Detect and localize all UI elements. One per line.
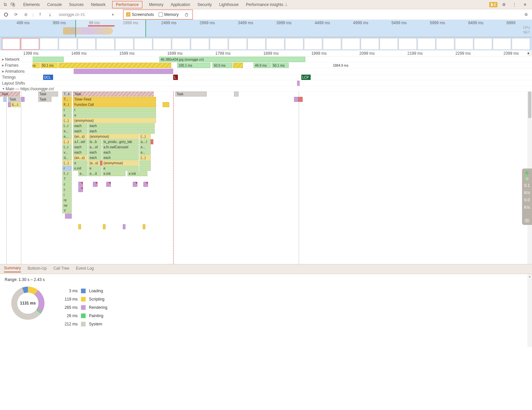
flame-entry[interactable]: f...r	[62, 171, 72, 176]
flame-function-call[interactable]: Function Call	[73, 102, 156, 107]
flame-each[interactable]: each	[88, 155, 102, 160]
flame-anon[interactable]: (...)	[139, 134, 151, 139]
flame-each[interactable]: each	[88, 150, 102, 155]
flame-entry[interactable]	[65, 214, 72, 219]
flame-entry[interactable]	[78, 187, 83, 192]
expand-icon[interactable]: ▶	[2, 64, 4, 67]
tab-network[interactable]: Network	[90, 1, 106, 8]
flame-each[interactable]: each	[73, 145, 88, 150]
flame-entry[interactable]: a....l	[139, 139, 151, 144]
reload-record-icon[interactable]: ⟳	[13, 11, 19, 18]
flame-function-call[interactable]: F...l	[62, 102, 72, 107]
screenshot-strip[interactable]	[0, 37, 532, 50]
flame-einit[interactable]: e.init	[102, 171, 125, 176]
network-bar[interactable]: 46-380x434.jpg (soongge.cn)	[159, 57, 305, 62]
frame-bar[interactable]: 50.0 ms	[212, 63, 232, 68]
flame-entry[interactable]	[139, 166, 151, 171]
upload-icon[interactable]: ⭱	[37, 11, 43, 18]
flame-einit[interactable]: e.init	[127, 171, 147, 176]
flame-entry[interactable]: t...r	[62, 145, 72, 150]
tab-console[interactable]: Console	[46, 1, 62, 8]
flame-entry[interactable]	[21, 97, 25, 102]
flame-entry[interactable]: v...	[62, 150, 72, 155]
flame-entry[interactable]	[143, 182, 148, 187]
flame-anon[interactable]: (anonymous)	[102, 161, 139, 166]
flame-anon[interactable]: (an...s)	[73, 155, 88, 160]
flame-anon[interactable]: (anonymous)	[73, 118, 156, 123]
network-speed-widget[interactable]: 0.1 K/s 0.0 K/s	[522, 169, 532, 225]
settings-icon[interactable]: ⚙	[501, 2, 507, 8]
flame-entry[interactable]	[103, 224, 106, 229]
flame-entry[interactable]: e...	[78, 171, 88, 176]
flame-anon[interactable]: (a...s)	[88, 161, 100, 166]
flame-entry[interactable]: e...	[62, 134, 72, 139]
flame-entry[interactable]	[78, 182, 83, 187]
flame-anon[interactable]: (anonymous)	[88, 134, 139, 139]
tab-lighthouse[interactable]: Lighthouse	[218, 1, 239, 8]
tab-application[interactable]: Application	[170, 1, 191, 8]
collapse-icon[interactable]: ▼	[2, 87, 5, 91]
flame-entry[interactable]: ts_produ...gory_tab	[102, 139, 139, 144]
frame-bar[interactable]: 49.9 ms	[254, 63, 271, 68]
flame-entry[interactable]	[78, 224, 81, 229]
tab-call-tree[interactable]: Call Tree	[53, 266, 69, 272]
selection-window[interactable]	[75, 20, 146, 37]
flame-chart[interactable]: Task Task T...k Task Task Task Task T...…	[0, 92, 532, 264]
flame-entry[interactable]	[93, 182, 98, 187]
chevron-down-icon[interactable]: ▾	[112, 12, 114, 17]
flame-entry[interactable]: e	[88, 166, 102, 171]
flame-entry[interactable]: e	[102, 166, 139, 171]
dcl-marker[interactable]: DCL	[43, 75, 53, 80]
tab-event-log[interactable]: Event Log	[76, 266, 94, 272]
gc-icon[interactable]	[183, 11, 190, 18]
flame-task[interactable]: Task	[0, 92, 20, 97]
flame-entry[interactable]: ts...b	[88, 139, 102, 144]
tab-performance[interactable]: Performance	[112, 1, 142, 8]
flame-entry[interactable]	[294, 97, 298, 102]
flame-entry[interactable]: e...	[139, 145, 151, 150]
flame-entry[interactable]: e	[73, 161, 88, 166]
flame-entry[interactable]	[3, 97, 7, 102]
flame-entry[interactable]: T...	[62, 97, 72, 102]
download-icon[interactable]: ⭳	[47, 11, 53, 18]
overview-timeline[interactable]: 499 ms999 ms99 ms1999 ms2499 ms2999 ms34…	[0, 20, 532, 37]
flame-entry[interactable]	[298, 97, 303, 102]
flame-entry[interactable]: iL...t	[11, 102, 21, 107]
flame-entry[interactable]: a.f...sel	[73, 139, 88, 144]
record-icon[interactable]	[3, 11, 9, 18]
capture-settings-icon[interactable]: ⚙	[523, 11, 529, 18]
flame-entry[interactable]	[106, 182, 111, 187]
flame-anon[interactable]: (...)	[139, 155, 151, 160]
flame-entry[interactable]: e...	[62, 129, 72, 134]
screenshots-checkbox[interactable]: ✓	[126, 12, 130, 17]
flame-entry[interactable]: ne	[62, 203, 72, 208]
flame-entry[interactable]: Task	[8, 97, 21, 102]
flame-entry[interactable]: c	[62, 182, 72, 187]
close-icon[interactable]: ✕	[522, 2, 528, 8]
tab-sources[interactable]: Sources	[68, 1, 84, 8]
frame-bar[interactable]: 50.1 ms	[40, 63, 58, 68]
flame-task[interactable]: Task	[175, 92, 207, 97]
flame-task[interactable]: T...k	[62, 92, 72, 97]
flame-entry[interactable]: i	[62, 192, 72, 197]
tab-bottom-up[interactable]: Bottom-Up	[28, 266, 46, 272]
flame-task[interactable]	[234, 92, 239, 97]
flame-entry[interactable]: Y	[62, 208, 72, 213]
flame-each[interactable]: each	[88, 123, 155, 128]
flame-entry[interactable]	[143, 224, 145, 229]
tab-summary[interactable]: Summary	[4, 266, 21, 272]
issues-badge[interactable]: ▮ 4	[489, 2, 497, 7]
lcp-marker[interactable]: LCP	[301, 75, 311, 80]
flame-entry[interactable]	[123, 224, 125, 229]
flame-each[interactable]: each	[102, 155, 139, 160]
frame-bar-dropped[interactable]	[233, 63, 243, 68]
flame-anon[interactable]: (an...s)	[73, 134, 88, 139]
flame-anon[interactable]: (...)	[62, 139, 72, 144]
memory-checkbox[interactable]	[159, 12, 163, 17]
layout-shift-bar[interactable]	[297, 81, 300, 86]
flame-anon[interactable]: (...)	[62, 118, 72, 123]
flame-each[interactable]: each	[73, 123, 88, 128]
flame-owl[interactable]: a.fn.owlCarousel	[102, 145, 139, 150]
frame-bar[interactable]: 100.1 ms	[177, 63, 210, 68]
detail-ruler[interactable]: 1399 ms1499 ms1599 ms1699 ms1799 ms1899 …	[0, 50, 532, 56]
